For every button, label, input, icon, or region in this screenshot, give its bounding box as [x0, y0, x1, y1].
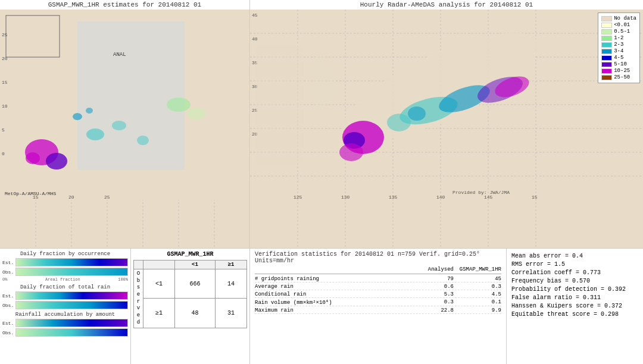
svg-rect-15 — [6, 15, 60, 57]
legend-label-12: 1-2 — [614, 35, 623, 41]
svg-text:5: 5 — [2, 127, 5, 133]
stats-row-0: # gridpoints raining 79 45 — [255, 276, 501, 283]
svg-point-63 — [330, 12, 552, 162]
svg-point-71 — [474, 71, 526, 108]
stat-equitable: Equitable threat score = 0.298 — [511, 311, 638, 318]
stats-val-0-a: 79 — [418, 276, 454, 282]
bar-chart1-title: Daily fraction by occurrence — [2, 251, 128, 257]
svg-text:135: 135 — [389, 194, 398, 200]
stat-hanssen: Hanssen & Kuipers score = 0.372 — [511, 303, 638, 309]
est-bar1 — [15, 258, 128, 266]
right-map-area: 125 130 135 140 145 15 45 40 35 30 25 20 — [250, 10, 643, 248]
svg-text:130: 130 — [341, 194, 350, 200]
legend-label-nodata: No data — [614, 15, 636, 21]
stat-false-alarm: False alarm ratio = 0.311 — [511, 294, 638, 301]
svg-text:15: 15 — [2, 80, 8, 85]
legend-label-510: 5-10 — [614, 61, 627, 67]
svg-text:25: 25 — [104, 194, 110, 200]
stat-mean-abs: Mean abs error = 0.4 — [511, 253, 638, 259]
legend-color-34 — [601, 49, 612, 54]
stats-col-analysed: Analysed — [418, 266, 454, 272]
svg-rect-37 — [250, 10, 643, 248]
svg-point-68 — [344, 132, 365, 149]
stats-label-0: # gridpoints raining — [255, 276, 418, 282]
est-label2: Est. — [2, 293, 15, 299]
legend-label-45: 4-5 — [614, 55, 623, 61]
verification-title: Verification statistics for 20140812 01 … — [255, 251, 501, 264]
svg-text:25: 25 — [2, 32, 8, 37]
bar1-axis: 0% Areal fraction 100% — [2, 277, 128, 282]
svg-text:ANAL: ANAL — [113, 52, 126, 58]
obs-label2: Obs. — [2, 303, 15, 308]
svg-text:40: 40 — [252, 36, 258, 42]
bar1-axis-label: Areal fraction — [45, 277, 80, 282]
obs-bar2 — [15, 301, 128, 309]
stats-val-2-g: 4.5 — [454, 291, 501, 297]
svg-rect-13 — [0, 10, 249, 200]
stats-val-1-a: 0.6 — [418, 284, 454, 290]
legend-color-nodata — [601, 16, 612, 21]
contingency-table-panel: GSMAP_MWR_1HR <1 ≥1 Observed <1 666 — [131, 249, 250, 364]
svg-rect-66 — [256, 45, 304, 164]
svg-point-72 — [492, 73, 532, 102]
stats-val-2-a: 5.3 — [418, 291, 454, 297]
legend-color-23 — [601, 42, 612, 48]
legend-item-12: 1-2 — [601, 35, 636, 41]
contingency-header-blank — [134, 261, 143, 269]
legend-color-45 — [601, 55, 612, 61]
contingency-row1-label: <1 — [143, 269, 175, 299]
contingency-v11: 666 — [174, 269, 215, 299]
svg-point-64 — [351, 114, 387, 143]
legend-item-23: 2-3 — [601, 42, 636, 48]
legend-color-2550 — [601, 75, 612, 80]
svg-text:145: 145 — [484, 194, 493, 200]
contingency-title: GSMAP_MWR_1HR — [133, 251, 247, 258]
stats-val-3-g: 0.1 — [454, 299, 501, 306]
legend-item-nodata: No data — [601, 15, 636, 21]
stats-val-4-g: 9.9 — [454, 307, 501, 313]
legend-label-1025: 10-25 — [614, 68, 630, 74]
svg-text:Provided by: JWA/JMA: Provided by: JWA/JMA — [452, 190, 510, 195]
bar1-axis-0: 0% — [2, 277, 7, 282]
svg-text:15: 15 — [33, 194, 39, 200]
svg-point-34 — [167, 98, 191, 112]
svg-point-30 — [112, 121, 126, 130]
main-container: GSMAP_MWR_1HR estimates for 20140812 01 — [0, 0, 643, 364]
obs-bar1 — [15, 268, 128, 276]
stat-prob-detect: Probability of detection = 0.392 — [511, 286, 638, 293]
stats-val-3-a: 0.3 — [418, 299, 454, 306]
legend-color-001 — [601, 23, 612, 28]
est-label1: Est. — [2, 260, 15, 265]
obs-label3: Obs. — [2, 330, 15, 335]
svg-text:35: 35 — [252, 60, 258, 65]
stats-header-blank — [255, 266, 418, 272]
contingency-col1-header: <1 — [174, 261, 215, 269]
svg-text:25: 25 — [252, 108, 258, 113]
svg-text:MetOp-A/AMSU-A/MHS: MetOp-A/AMSU-A/MHS — [5, 191, 57, 196]
stats-val-1-g: 0.3 — [454, 284, 501, 290]
right-map-title: Hourly Radar-AMeDAS analysis for 2014081… — [250, 0, 643, 10]
verification-stats-panel: Verification statistics for 20140812 01 … — [250, 249, 506, 364]
contingency-v21: 48 — [174, 299, 215, 328]
legend-label-23: 2-3 — [614, 42, 623, 48]
contingency-header-blank2 — [143, 261, 175, 269]
contingency-v12: 14 — [216, 269, 247, 299]
stats-val-4-a: 22.8 — [418, 307, 454, 313]
svg-point-70 — [436, 80, 494, 118]
svg-point-26 — [25, 139, 58, 165]
obs-bar3 — [15, 328, 128, 337]
bottom-row: Daily fraction by occurrence Est. Obs. 0… — [0, 248, 643, 364]
legend-item-510: 5-10 — [601, 61, 636, 67]
svg-text:140: 140 — [436, 194, 445, 200]
obs-label1: Obs. — [2, 269, 15, 275]
stats-col-gsmap: GSMAP_MWR_1HR — [454, 266, 501, 272]
obs-row-label: Observed — [134, 269, 143, 328]
svg-text:15: 15 — [532, 194, 538, 200]
contingency-col2-header: ≥1 — [216, 261, 247, 269]
legend-item-2550: 25-50 — [601, 74, 636, 80]
legend-item-34: 3-4 — [601, 48, 636, 54]
svg-point-31 — [137, 136, 149, 145]
bar-chart3-title: Rainfall accumulation by amount — [2, 312, 128, 318]
legend-item-45: 4-5 — [601, 55, 636, 61]
stats-label-3: Rain volume (mm×km²×10⁴) — [255, 299, 418, 306]
